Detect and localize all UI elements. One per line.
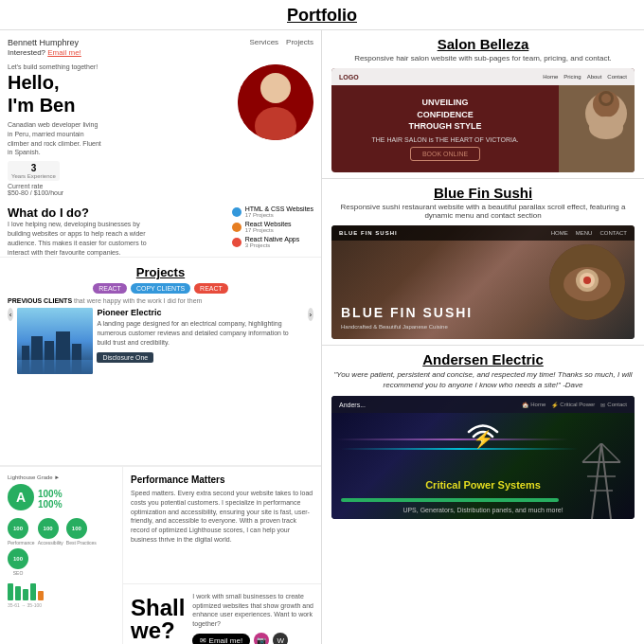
filter-react[interactable]: REACT <box>93 283 127 294</box>
electric-nav-links: 🏠 Home ⚡ Critical Power ✉ Contact <box>522 402 627 408</box>
sushi-preview: BLUE FIN SUSHI HOME MENU CONTACT <box>331 225 635 339</box>
salon-nav-about[interactable]: About <box>587 74 602 80</box>
salon-section: Salon Belleza Responsive hair salon webs… <box>322 30 644 179</box>
skill-dot-native <box>232 238 242 247</box>
salon-nav-home[interactable]: Home <box>543 74 558 80</box>
interested-text: Interested? <box>8 48 45 57</box>
salon-body: UNVEILING CONFIDENCE THROUGH STYLE THE H… <box>331 85 635 172</box>
electric-preview: Anders... 🏠 Home ⚡ Critical Power ✉ Cont… <box>331 396 635 519</box>
skill-react-count: 17 Projects <box>245 227 292 233</box>
lightning-icon: ⚡ <box>473 429 493 450</box>
im-ben: I'm Ben <box>8 95 75 116</box>
shall-we-text: Shall we? <box>131 597 185 642</box>
salon-nav-logo: LOGO <box>339 74 359 80</box>
skill-dot-html <box>232 207 242 217</box>
main-layout: Bennett Humphrey Services Projects Inter… <box>0 30 644 644</box>
salon-hair-photo <box>559 85 635 172</box>
prev-arrow[interactable]: ‹ <box>8 308 13 321</box>
perf-desc: Speed matters. Every extra second your w… <box>131 489 313 545</box>
sushi-title: Blue Fin Sushi <box>331 185 635 201</box>
what-do-desc: I love helping new, developing businesse… <box>8 220 159 257</box>
lighthouse-panel: Lighthouse Grade ► A 100% 100% 100 Perfo… <box>0 467 123 644</box>
filter-native[interactable]: REACT <box>194 283 228 294</box>
grade-circle: A <box>8 484 34 510</box>
portfolio-title: Portfolio <box>0 6 644 26</box>
score-perf: 100% <box>38 489 63 499</box>
hero-content: Let's build something together! Hello, I… <box>8 61 313 196</box>
rate-label: Current rate <box>8 183 43 189</box>
salon-nav: LOGO Home Pricing About Contact <box>331 68 635 85</box>
sushi-nav-logo: BLUE FIN SUSHI <box>339 230 398 236</box>
stat-years-label: Years Experience <box>11 173 56 179</box>
developer-name: Bennett Humphrey <box>8 38 79 47</box>
badge-100-4: 100 <box>8 548 28 569</box>
hero-text-block: Let's build something together! Hello, I… <box>8 61 223 196</box>
sushi-nav-home[interactable]: HOME <box>551 230 568 236</box>
sushi-overlay-sub: Handcrafted & Beautiful Japanese Cuisine <box>341 324 448 330</box>
nav-services[interactable]: Services <box>249 38 278 46</box>
badge-100-2: 100 <box>38 518 59 539</box>
salon-nav-contact[interactable]: Contact <box>607 74 627 80</box>
current-rate: Current rate $50-80 / $100/hour <box>8 183 223 196</box>
electric-green-bar <box>341 498 559 502</box>
nav-projects[interactable]: Projects <box>286 38 313 46</box>
shall-email-btn[interactable]: ✉ Email me! <box>192 634 250 645</box>
email-link[interactable]: Email me! <box>47 48 81 57</box>
badge-label-2: Accessibility <box>38 540 63 546</box>
hero-bio: Canadian web developer living in Peru, m… <box>8 120 102 157</box>
electric-nav-logo: Anders... <box>339 402 366 408</box>
shall-actions: ✉ Email me! 📷 W <box>192 633 313 644</box>
electric-title: Andersen Electric <box>331 351 635 367</box>
badge-label-4: SEO <box>8 570 28 576</box>
skill-react-label: React Websites <box>245 221 292 227</box>
skill-html-label: HTML & CSS Websites <box>245 206 313 212</box>
electric-nav-contact[interactable]: ✉ Contact <box>600 402 627 408</box>
sushi-nav: BLUE FIN SUSHI HOME MENU CONTACT <box>331 225 635 241</box>
left-column: Bennett Humphrey Services Projects Inter… <box>0 30 322 644</box>
electric-main-title: Critical Power Systems <box>331 479 635 491</box>
badge-label-1: Performance <box>8 540 35 546</box>
electric-nav-power[interactable]: ⚡ Critical Power <box>551 402 595 408</box>
sushi-nav-menu[interactable]: MENU <box>576 230 593 236</box>
sushi-section: Blue Fin Sushi Responsive sushi restaura… <box>322 179 644 346</box>
skills-list: HTML & CSS Websites 17 Projects React We… <box>232 206 313 258</box>
mini-chart <box>8 581 115 600</box>
salon-nav-pricing[interactable]: Pricing <box>564 74 581 80</box>
prev-clients-text: PREVIOUS CLIENTS <box>8 297 72 304</box>
skill-native: React Native Apps 3 Projects <box>232 236 313 248</box>
hello-label: Hello, <box>8 72 59 93</box>
shall-bio: I work with small businesses to create o… <box>192 592 313 629</box>
electric-section: Andersen Electric "You were patient, per… <box>322 346 644 644</box>
shall-we-content: I work with small businesses to create o… <box>192 592 313 644</box>
next-arrow[interactable]: › <box>308 308 313 321</box>
sushi-food-image <box>549 244 625 320</box>
sushi-overlay-title: BLUE FIN SUSHI <box>341 305 473 320</box>
salon-nav-links: Home Pricing About Contact <box>543 74 627 80</box>
instagram-icon[interactable]: 📷 <box>254 633 269 644</box>
projects-section: Projects REACT COPY CLIENTS REACT PREVIO… <box>0 258 321 466</box>
badge-100-3: 100 <box>66 518 87 539</box>
salon-title: Salon Belleza <box>331 36 635 52</box>
shall-we-panel: Shall we? I work with small businesses t… <box>123 583 321 644</box>
page-header: Portfolio <box>0 0 644 30</box>
salon-book-btn[interactable]: BOOK ONLINE <box>410 147 480 161</box>
svg-rect-9 <box>17 360 93 374</box>
project-desc: A landing page designed for an electrica… <box>97 319 303 347</box>
connect-text: Let's build something together! <box>8 63 98 70</box>
project-link[interactable]: Disclosure One <box>97 352 153 363</box>
electric-nav-home[interactable]: 🏠 Home <box>522 402 546 408</box>
lighthouse-label: Lighthouse Grade ► <box>8 474 115 480</box>
project-image <box>17 308 93 374</box>
portfolio-hero: Bennett Humphrey Services Projects Inter… <box>0 30 321 258</box>
salon-tagline: UNVEILING CONFIDENCE THROUGH STYLE <box>339 97 551 133</box>
what-do-section: What do I do? I love helping new, develo… <box>8 206 224 257</box>
wordpress-icon[interactable]: W <box>273 633 288 644</box>
hero-nav: Services Projects <box>249 38 313 46</box>
sushi-nav-contact[interactable]: CONTACT <box>599 230 627 236</box>
chart-labels: 35-61 → 35-100 <box>8 602 115 608</box>
sushi-nav-links: HOME MENU CONTACT <box>551 230 627 236</box>
stat-years-num: 3 <box>11 163 56 173</box>
skill-html-count: 17 Projects <box>245 212 313 218</box>
filter-copy[interactable]: COPY CLIENTS <box>131 283 190 294</box>
right-bottom-panel: Performance Matters Speed matters. Every… <box>123 467 321 644</box>
